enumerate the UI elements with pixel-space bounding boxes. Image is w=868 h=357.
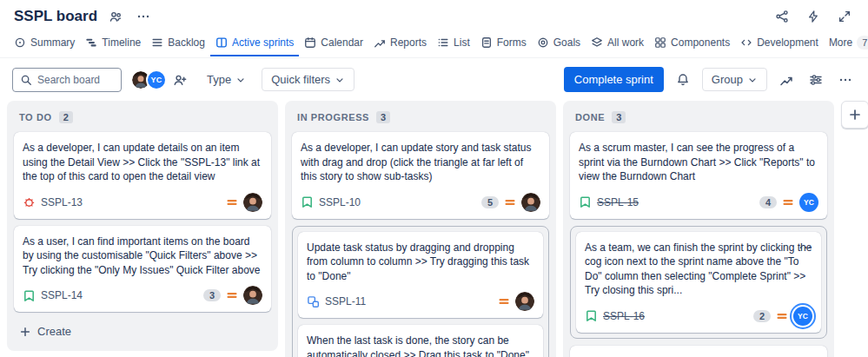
tab-label: Components bbox=[671, 36, 730, 49]
card-key[interactable]: SSPL-13 bbox=[41, 196, 83, 208]
sprint-board: TO DO 2 As a developer, I can update det… bbox=[0, 99, 868, 357]
board-collaborators-button[interactable] bbox=[106, 7, 125, 26]
search-input[interactable] bbox=[37, 74, 114, 86]
card-key[interactable]: SSPL-14 bbox=[41, 289, 83, 301]
search-box[interactable] bbox=[12, 68, 122, 92]
column-count-badge: 3 bbox=[612, 111, 626, 123]
chevron-down-icon bbox=[235, 75, 246, 85]
priority-medium-icon bbox=[226, 289, 238, 301]
board-toolbar: YC Type Quick filters Complete sprint Gr… bbox=[0, 58, 868, 99]
add-people-button[interactable] bbox=[169, 69, 191, 91]
share-button[interactable] bbox=[772, 7, 792, 26]
summary-icon bbox=[14, 36, 26, 49]
fullscreen-button[interactable] bbox=[835, 7, 854, 26]
tab-backlog[interactable]: Backlog bbox=[146, 30, 210, 56]
card-sspl-13[interactable]: As a developer, I can update details on … bbox=[14, 132, 271, 219]
card-sspl-10[interactable]: As a developer, I can update story and t… bbox=[292, 132, 549, 219]
priority-medium-icon bbox=[776, 310, 788, 322]
share-icon bbox=[775, 10, 789, 23]
assignee-avatar[interactable] bbox=[521, 193, 540, 212]
assignee-avatar[interactable] bbox=[515, 292, 534, 311]
components-icon bbox=[654, 36, 666, 49]
board-more-button[interactable] bbox=[134, 7, 153, 26]
card-summary: As a developer, I can update details on … bbox=[23, 141, 262, 184]
create-issue-button[interactable]: Create bbox=[14, 319, 271, 344]
backlog-icon bbox=[151, 36, 163, 49]
group-button[interactable]: Group bbox=[702, 68, 767, 91]
card-summary: Update task status by dragging and dropp… bbox=[307, 241, 534, 284]
column-header: IN PROGRESS 3 bbox=[292, 108, 549, 132]
column-card-list: As a scrum master, I can see the progres… bbox=[570, 132, 827, 357]
tab-label: List bbox=[454, 36, 470, 49]
insights-button[interactable] bbox=[776, 69, 797, 90]
estimate-badge: 2 bbox=[753, 310, 771, 322]
tab-label: Active sprints bbox=[232, 36, 294, 49]
tab-summary[interactable]: Summary bbox=[9, 30, 80, 56]
tab-more[interactable]: More 7 bbox=[824, 30, 868, 57]
avatar-yc[interactable]: YC bbox=[146, 69, 167, 90]
tab-development[interactable]: Development bbox=[735, 30, 824, 56]
all-work-icon bbox=[591, 36, 603, 49]
user-photo-avatar bbox=[243, 193, 262, 212]
card-summary: As a team, we can finish the sprint by c… bbox=[585, 241, 812, 298]
automation-button[interactable] bbox=[804, 7, 823, 26]
assignee-avatar-yc[interactable]: YC bbox=[799, 193, 818, 212]
tab-timeline[interactable]: Timeline bbox=[80, 30, 146, 56]
board-options-button[interactable] bbox=[835, 69, 856, 90]
more-count-badge: 7 bbox=[857, 36, 868, 50]
tab-calendar[interactable]: Calendar bbox=[299, 30, 368, 56]
chevron-down-icon bbox=[335, 75, 345, 85]
toolbar-actions: Complete sprint Group bbox=[564, 67, 856, 92]
story-icon bbox=[301, 195, 314, 208]
tab-list[interactable]: List bbox=[432, 30, 475, 56]
column-title: IN PROGRESS bbox=[297, 112, 369, 122]
list-icon bbox=[437, 36, 449, 49]
assignee-avatar-yc[interactable]: YC bbox=[793, 307, 812, 326]
estimate-badge: 4 bbox=[759, 196, 777, 208]
card-key[interactable]: SSPL-10 bbox=[319, 196, 361, 208]
card-sspl-15[interactable]: As a scrum master, I can see the progres… bbox=[570, 132, 827, 219]
tab-all-work[interactable]: All work bbox=[586, 30, 649, 56]
card-footer: SSPL-11 bbox=[307, 292, 534, 311]
bug-icon bbox=[23, 195, 36, 208]
user-photo-avatar bbox=[521, 193, 540, 212]
plus-icon bbox=[19, 326, 31, 338]
tab-components[interactable]: Components bbox=[649, 30, 735, 56]
subtask-icon bbox=[307, 295, 320, 308]
timeline-icon bbox=[85, 36, 97, 49]
card-key[interactable]: SSPL-15 bbox=[597, 196, 639, 208]
column-header: TO DO 2 bbox=[14, 108, 271, 132]
card-sspl-17[interactable]: Instructions for deleting this sample bo… bbox=[570, 346, 827, 357]
sliders-icon bbox=[809, 73, 823, 87]
card-sspl-12[interactable]: When the last task is done, the story ca… bbox=[298, 325, 543, 357]
notifications-button[interactable] bbox=[673, 69, 693, 90]
card-sspl-16[interactable]: As a team, we can finish the sprint by c… bbox=[576, 232, 821, 333]
card-more-button[interactable] bbox=[795, 237, 816, 258]
user-photo-avatar bbox=[243, 286, 262, 305]
card-key[interactable]: SSPL-16 bbox=[603, 310, 645, 322]
tab-forms[interactable]: Forms bbox=[475, 30, 532, 56]
tab-label: Goals bbox=[553, 36, 580, 49]
assignee-avatar[interactable] bbox=[243, 193, 262, 212]
card-sspl-11[interactable]: Update task status by dragging and dropp… bbox=[298, 232, 543, 319]
tab-active-sprints[interactable]: Active sprints bbox=[210, 30, 299, 56]
add-column-button[interactable] bbox=[841, 101, 868, 129]
tab-reports[interactable]: Reports bbox=[368, 30, 432, 56]
reports-icon bbox=[374, 36, 386, 49]
development-icon bbox=[740, 36, 752, 49]
card-sspl-14[interactable]: As a user, I can find important items on… bbox=[14, 226, 271, 313]
collaborators-icon bbox=[109, 10, 123, 23]
tab-label: Reports bbox=[390, 36, 427, 49]
view-settings-button[interactable] bbox=[805, 69, 826, 90]
type-filter-button[interactable]: Type bbox=[200, 69, 253, 90]
assignee-avatar[interactable] bbox=[243, 286, 262, 305]
goals-icon bbox=[537, 36, 549, 49]
complete-sprint-button[interactable]: Complete sprint bbox=[564, 67, 664, 92]
tab-label: More bbox=[829, 36, 852, 49]
tab-goals[interactable]: Goals bbox=[532, 30, 586, 56]
create-label: Create bbox=[37, 325, 71, 338]
quick-filters-button[interactable]: Quick filters bbox=[262, 68, 354, 91]
tab-label: Timeline bbox=[102, 36, 141, 49]
add-person-icon bbox=[173, 73, 187, 87]
card-key[interactable]: SSPL-11 bbox=[325, 295, 366, 307]
